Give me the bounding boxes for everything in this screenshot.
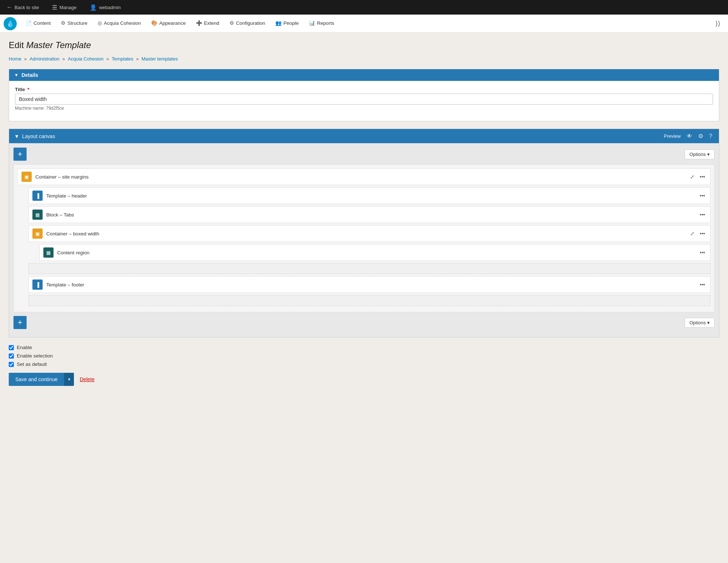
canvas-header-right: Preview 👁 ⚙ ? [664,132,714,140]
content-region-actions: ••• [698,249,707,256]
canvas-top-add-btn[interactable]: + [13,148,27,161]
page-content: Edit Master Template Home » Administrati… [0,33,728,563]
site-logo[interactable]: 💧 [4,17,17,30]
nav-structure-label: Structure [67,20,87,26]
breadcrumb-sep-4: » [136,56,140,62]
breadcrumb: Home » Administration » Acquia Cohesion … [9,56,719,62]
template-footer-icon: ▐ [32,279,43,290]
canvas-row-container-boxed-width: ▣ Container – boxed width ⤢ ••• [28,225,711,242]
container-boxed-width-label: Container – boxed width [46,231,689,236]
block-icon-symbol: ▦ [35,212,40,218]
canvas-top-options-btn[interactable]: Options ▾ [685,149,715,159]
container-boxed-expand-btn[interactable]: ⤢ [689,230,696,237]
nav-item-people[interactable]: 👥 People [270,15,304,32]
delete-label: Delete [80,376,94,382]
enable-selection-label[interactable]: Enable selection [17,353,53,359]
enable-selection-checkbox[interactable] [9,353,14,359]
nav-reports-label: Reports [317,20,334,26]
save-dropdown-btn[interactable]: ▾ [64,373,74,386]
save-and-continue-button[interactable]: Save and continue [9,373,64,386]
nav-toggle-icon: ⟩⟩ [715,20,720,28]
nav-items: 📄 Content ⚙ Structure ◎ Acquia Cohesion … [20,15,711,32]
title-input[interactable] [15,94,713,105]
breadcrumb-sep-2: » [62,56,66,62]
page-title: Edit Master Template [9,40,719,50]
enable-checkbox[interactable] [9,345,14,350]
checkbox-group: Enable Enable selection Set as default [9,345,719,367]
nav-item-configuration[interactable]: ⚙ Configuration [224,15,270,32]
set-as-default-label[interactable]: Set as default [17,361,47,367]
block-tabs-more-btn[interactable]: ••• [698,211,707,218]
nav-item-structure[interactable]: ⚙ Structure [56,15,93,32]
canvas-row-block-tabs: ▦ Block – Tabs ••• [28,206,711,223]
layout-canvas-section: ▼ Layout canvas Preview 👁 ⚙ ? + Options … [9,129,719,337]
preview-help-btn[interactable]: ? [708,132,714,140]
hamburger-icon: ☰ [52,4,57,11]
details-section-header[interactable]: ▼ Details [9,69,719,81]
title-label-text: Title [15,87,25,92]
template-footer-more-btn[interactable]: ••• [698,281,707,288]
canvas-row-template-footer: ▐ Template – footer ••• [28,276,711,293]
content-region-icon: ▦ [43,247,54,258]
canvas-section-header: ▼ Layout canvas Preview 👁 ⚙ ? [9,129,719,143]
nav-item-appearance[interactable]: 🎨 Appearance [146,15,191,32]
container-boxed-icon-symbol: ▣ [35,231,40,236]
delete-button[interactable]: Delete [80,376,94,382]
admin-toolbar: ← Back to site ☰ Manage 👤 webadmin [0,0,728,15]
canvas-bottom-add-btn[interactable]: + [13,316,27,329]
people-nav-icon: 👥 [275,20,282,26]
logo-icon: 💧 [6,20,14,28]
nav-item-content[interactable]: 📄 Content [20,15,56,32]
container-site-margins-expand-btn[interactable]: ⤢ [689,173,696,180]
nav-toggle-btn[interactable]: ⟩⟩ [711,17,724,30]
nav-item-acquia-cohesion[interactable]: ◎ Acquia Cohesion [93,15,146,32]
container-boxed-more-btn[interactable]: ••• [698,230,707,237]
breadcrumb-home[interactable]: Home [9,56,21,62]
nav-people-label: People [283,20,299,26]
save-button-group: Save and continue ▾ [9,373,74,386]
content-nav-icon: 📄 [25,20,32,26]
content-region-icon-symbol: ▦ [46,250,51,255]
breadcrumb-administration[interactable]: Administration [29,56,59,62]
template-footer-actions: ••• [698,281,707,288]
back-to-site-btn[interactable]: ← Back to site [4,0,42,15]
appearance-nav-icon: 🎨 [151,20,157,26]
save-label: Save and continue [15,376,58,382]
nav-configuration-label: Configuration [236,20,265,26]
title-label: Title * [15,87,713,92]
container-boxed-width-icon: ▣ [32,228,43,239]
preview-eye-btn[interactable]: 👁 [685,132,694,140]
canvas-items-area: ▣ Container – site margins ⤢ ••• ▐ [13,164,715,312]
preview-settings-btn[interactable]: ⚙ [697,132,705,140]
container-site-margins-more-btn[interactable]: ••• [698,173,707,180]
set-as-default-checkbox[interactable] [9,362,14,367]
back-arrow-icon: ← [7,4,12,11]
enable-label[interactable]: Enable [17,345,32,350]
user-btn[interactable]: 👤 webadmin [87,0,123,15]
preview-label: Preview [664,133,681,139]
save-dropdown-arrow-icon: ▾ [68,377,70,382]
details-section: ▼ Details Title * Machine name: 79d2f5ce [9,69,719,121]
template-header-actions: ••• [698,192,707,199]
nav-extend-label: Extend [204,20,219,26]
canvas-row-container-site-margins: ▣ Container – site margins ⤢ ••• [17,168,711,185]
breadcrumb-master-templates[interactable]: Master templates [141,56,178,62]
breadcrumb-templates[interactable]: Templates [112,56,133,62]
canvas-bottom-options-btn[interactable]: Options ▾ [685,318,715,328]
canvas-section-title: Layout canvas [22,133,55,139]
breadcrumb-cohesion[interactable]: Acquia Cohesion [68,56,103,62]
details-section-title: Details [21,72,38,78]
manage-btn[interactable]: ☰ Manage [49,0,79,15]
canvas-row-content-region: ▦ Content region ••• [39,244,711,261]
content-region-label: Content region [57,250,698,255]
content-region-more-btn[interactable]: ••• [698,249,707,256]
nav-cohesion-label: Acquia Cohesion [104,20,141,26]
bottom-options-label: Options [689,320,706,325]
container-site-margins-icon: ▣ [21,172,32,182]
checkbox-enable-item: Enable [9,345,719,350]
template-header-more-btn[interactable]: ••• [698,192,707,199]
checkbox-enable-selection-item: Enable selection [9,353,719,359]
page-title-prefix: Edit [9,40,24,50]
nav-item-reports[interactable]: 📊 Reports [304,15,339,32]
nav-item-extend[interactable]: ➕ Extend [191,15,224,32]
